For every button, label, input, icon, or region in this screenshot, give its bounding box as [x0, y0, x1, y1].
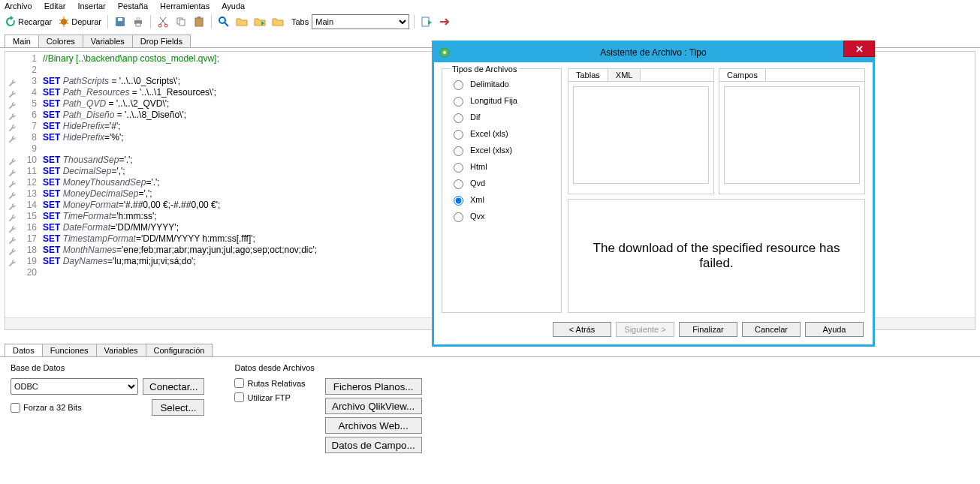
- web-files-button[interactable]: Archivos Web...: [325, 417, 422, 434]
- fields-group: Campos: [719, 68, 865, 194]
- menu-insertar[interactable]: Insertar: [77, 2, 105, 11]
- arrow-right-icon: [439, 16, 451, 28]
- select-button[interactable]: Select...: [152, 399, 204, 416]
- filetype-html[interactable]: Html: [450, 161, 553, 173]
- script-icon: [421, 16, 433, 28]
- tabs-label: Tabs: [291, 17, 309, 26]
- menu-archivo[interactable]: Archivo: [5, 2, 32, 11]
- print-icon: [132, 16, 144, 28]
- svg-point-12: [219, 17, 225, 23]
- script-tab-main[interactable]: Main: [5, 35, 39, 47]
- svg-point-15: [443, 51, 446, 54]
- find-button[interactable]: [216, 15, 231, 29]
- bottom-tab-variables[interactable]: Variables: [96, 344, 146, 356]
- database-title: Base de Datos: [11, 363, 204, 372]
- folder-plus-icon: [272, 16, 284, 28]
- error-message: The download of the specified resource h…: [591, 241, 842, 271]
- toolbar: Recargar Depurar Tabs Main: [0, 12, 980, 32]
- bottom-tab-datos[interactable]: Datos: [5, 344, 43, 356]
- svg-rect-4: [136, 17, 140, 20]
- script-tab-colores[interactable]: Colores: [38, 35, 83, 47]
- paste-button[interactable]: [191, 15, 207, 29]
- filetype-excel-xls-[interactable]: Excel (xls): [450, 128, 553, 140]
- field-data-button[interactable]: Datos de Campo...: [325, 437, 422, 453]
- menu-bar: ArchivoEditarInsertarPestañaHerramientas…: [0, 0, 980, 12]
- wrench-icon: [7, 122, 15, 131]
- dialog-close-button[interactable]: ✕: [843, 41, 875, 57]
- filetype-qvd[interactable]: Qvd: [450, 177, 553, 189]
- cancel-button[interactable]: Cancelar: [742, 322, 801, 337]
- flat-files-button[interactable]: Ficheros Planos...: [325, 378, 422, 395]
- run-script-button[interactable]: [419, 15, 434, 29]
- save-icon: [114, 16, 126, 28]
- wrench-icon: [7, 167, 15, 176]
- dialog-buttons: < Atrás Siguiente > Finalizar Cancelar A…: [434, 316, 873, 344]
- insert-button[interactable]: [270, 15, 285, 29]
- wrench-icon: [7, 190, 15, 198]
- svg-rect-13: [422, 17, 429, 26]
- cut-icon: [157, 16, 169, 28]
- code-content[interactable]: //Binary [..\backend\anp costos_model.qv…: [40, 52, 320, 317]
- script-tab-variables[interactable]: Variables: [83, 35, 133, 47]
- menu-pestaña[interactable]: Pestaña: [118, 2, 148, 11]
- wrench-icon: [7, 156, 15, 164]
- copy-button[interactable]: [173, 15, 188, 29]
- next-button: Siguiente >: [616, 322, 674, 337]
- wrench-icon: [7, 89, 15, 97]
- tables-group: Tablas XML: [568, 68, 714, 194]
- fields-list[interactable]: [724, 86, 860, 184]
- debug-button[interactable]: Depurar: [56, 15, 103, 29]
- qlikview-file-button[interactable]: Archivo QlikView...: [325, 398, 422, 414]
- tab-tablas[interactable]: Tablas: [568, 68, 608, 81]
- debug-label: Depurar: [71, 17, 101, 26]
- include-button[interactable]: [252, 15, 267, 29]
- open-folder-button[interactable]: [234, 15, 249, 29]
- clear-button[interactable]: [437, 15, 452, 29]
- menu-ayuda[interactable]: Ayuda: [222, 2, 245, 11]
- menu-herramientas[interactable]: Herramientas: [160, 2, 210, 11]
- tables-list[interactable]: [573, 86, 709, 184]
- print-button[interactable]: [131, 15, 146, 29]
- folder-icon: [236, 16, 248, 28]
- filetype-dif[interactable]: Dif: [450, 111, 553, 123]
- line-gutter: 1234567891011121314151617181920: [5, 52, 40, 317]
- wrench-icon: [7, 111, 15, 119]
- finish-button[interactable]: Finalizar: [679, 322, 737, 337]
- bottom-tab-funciones[interactable]: Funciones: [42, 344, 97, 356]
- menu-editar[interactable]: Editar: [44, 2, 66, 11]
- script-tab-drop-fields[interactable]: Drop Fields: [132, 35, 191, 47]
- cut-button[interactable]: [155, 15, 170, 29]
- wrench-icon: [7, 134, 15, 142]
- use-ftp-checkbox[interactable]: Utilizar FTP: [234, 392, 305, 402]
- svg-rect-5: [136, 23, 140, 26]
- reload-button[interactable]: Recargar: [3, 15, 53, 29]
- reload-icon: [5, 16, 17, 28]
- force-32bit-checkbox[interactable]: Forzar a 32 Bits: [11, 403, 82, 413]
- filetype-excel-xlsx-[interactable]: Excel (xlsx): [450, 144, 553, 156]
- dialog-titlebar[interactable]: Asistente de Archivo : Tipo ✕: [434, 43, 873, 62]
- wrench-icon: [7, 100, 15, 108]
- wrench-icon: [7, 246, 15, 254]
- back-button[interactable]: < Atrás: [553, 322, 611, 337]
- connect-button[interactable]: Conectar...: [143, 378, 204, 395]
- bottom-panel: Base de Datos ODBC Conectar... Forzar a …: [0, 357, 980, 459]
- bottom-tab-configuración[interactable]: Configuración: [146, 344, 213, 356]
- tab-campos[interactable]: Campos: [719, 68, 766, 81]
- tabs-select[interactable]: Main: [312, 14, 409, 29]
- bug-icon: [58, 16, 70, 28]
- wrench-icon: [7, 224, 15, 232]
- filetype-xml[interactable]: Xml: [450, 194, 553, 206]
- paste-icon: [193, 16, 205, 28]
- filetype-delimitado[interactable]: Delimitado: [450, 78, 553, 90]
- relative-paths-checkbox[interactable]: Rutas Relativas: [234, 378, 305, 388]
- filetype-qvx[interactable]: Qvx: [450, 210, 553, 222]
- filetype-longitud-fija[interactable]: Longitud Fija: [450, 95, 553, 107]
- svg-rect-10: [195, 18, 203, 26]
- help-button[interactable]: Ayuda: [805, 322, 864, 337]
- app-icon: [439, 47, 451, 59]
- tab-xml[interactable]: XML: [608, 68, 641, 81]
- folder-arrow-icon: [254, 16, 266, 28]
- save-button[interactable]: [113, 15, 128, 29]
- database-driver-select[interactable]: ODBC: [11, 378, 138, 395]
- database-group: Base de Datos ODBC Conectar... Forzar a …: [11, 363, 204, 453]
